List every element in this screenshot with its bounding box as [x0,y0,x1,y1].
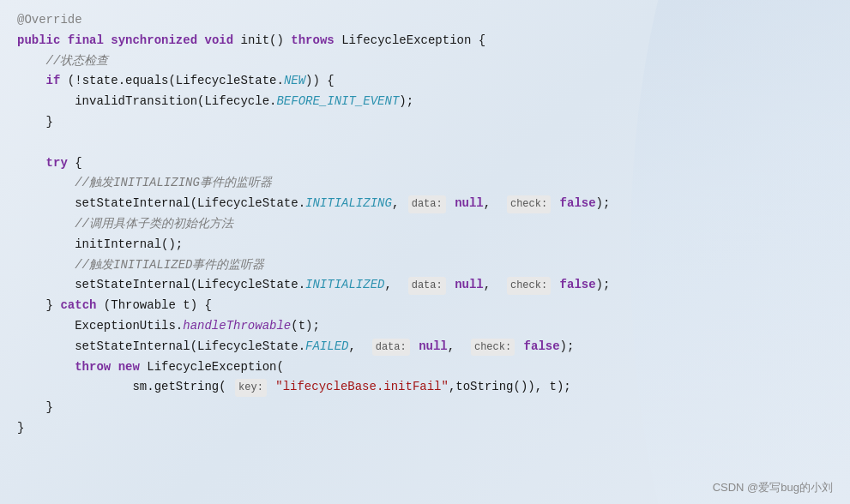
code-line-8: try { [17,153,833,174]
annotation: @Override [17,10,82,31]
code-line-15: } catch (Throwable t) { [17,296,833,316]
code-line-13: //触发INITIALIZED事件的监听器 [17,255,833,276]
watermark: CSDN @爱写bug的小刘 [713,480,833,495]
code-line-6: } [17,112,833,133]
code-line-14: setStateInternal(LifecycleState.INITIALI… [17,275,833,296]
code-line-3: //状态检查 [17,51,833,72]
code-line-18: throw new LifecycleException( [17,357,833,378]
code-container: @Override public final synchronized void… [0,0,850,504]
code-line-20: } [17,398,833,418]
code-line-9: //触发INITIALIZING事件的监听器 [17,173,833,194]
code-line-19: sm.getString( key: "lifecycleBase.initFa… [17,377,833,398]
code-line-17: setStateInternal(LifecycleState.FAILED, … [17,337,833,357]
code-line-4: if (!state.equals(LifecycleState.NEW)) { [17,71,833,92]
code-line-7 [17,133,833,153]
code-line-11: //调用具体子类的初始化方法 [17,214,833,235]
code-line-10: setStateInternal(LifecycleState.INITIALI… [17,194,833,214]
code-line-21: } [17,418,833,439]
code-line-16: ExceptionUtils.handleThrowable(t); [17,316,833,337]
code-line-1: @Override [17,10,833,31]
code-line-5: invalidTransition(Lifecycle.BEFORE_INIT_… [17,92,833,112]
code-line-2: public final synchronized void init() th… [17,31,833,51]
code-line-12: initInternal(); [17,235,833,255]
